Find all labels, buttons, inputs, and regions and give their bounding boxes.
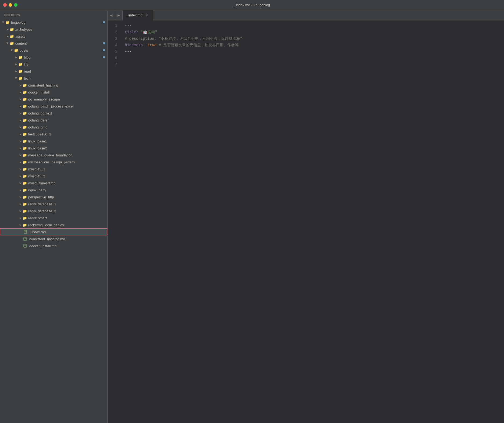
tree-item-label: message_queue_foundation (28, 153, 105, 157)
arrow-icon[interactable]: ▶ (18, 132, 23, 136)
svg-rect-6 (24, 244, 26, 248)
folder-icon: 📁 (23, 181, 27, 185)
tree-item-label: linux_base2 (28, 146, 105, 150)
folder-icon: 📁 (23, 139, 27, 143)
arrow-icon[interactable]: ▶ (18, 90, 23, 94)
folder-icon: 📁 (23, 202, 27, 206)
arrow-icon[interactable]: ▶ (18, 167, 23, 171)
tree-item-consistent_hashing_md[interactable]: consistent_hashing.md (0, 235, 107, 242)
arrow-icon[interactable]: ▶ (5, 27, 10, 31)
folder-icon: 📁 (10, 34, 14, 38)
tree-item-rocketmq_local_deploy[interactable]: ▶📁rocketmq_local_deploy (0, 221, 107, 228)
tab-prev-button[interactable]: ◀ (108, 10, 115, 20)
arrow-icon[interactable]: ▶ (18, 223, 23, 227)
tree-item-assets[interactable]: ▶📁assets (0, 33, 107, 40)
folder-icon: 📁 (23, 97, 27, 101)
tree-item-label: redis_others (28, 216, 105, 220)
tree-item-label: posts (20, 48, 102, 52)
arrow-icon[interactable]: ▶ (18, 202, 23, 206)
arrow-icon[interactable]: ▶ (5, 34, 10, 38)
tree-item-docker_install_md[interactable]: docker_install.md (0, 242, 107, 249)
titlebar: _index.md — hugoblog (0, 0, 504, 10)
tree-item-golang_gmp[interactable]: ▶📁golang_gmp (0, 124, 107, 131)
arrow-icon[interactable]: ▶ (14, 69, 18, 73)
arrow-icon[interactable]: ▶ (18, 139, 23, 143)
arrow-icon[interactable]: ▶ (18, 111, 23, 115)
tree-item-archetypes[interactable]: ▶📁archetypes (0, 26, 107, 33)
tree-item-content[interactable]: ▶📁content (0, 40, 107, 47)
tree-item-label: consistent_hashing.md (29, 237, 105, 241)
tree-item-golang_defer[interactable]: ▶📁golang_defer (0, 117, 107, 124)
tree-item-golang_batch_process_excel[interactable]: ▶📁golang_batch_process_excel (0, 103, 107, 110)
tree-item-go_memory_escape[interactable]: ▶📁go_memory_escape (0, 96, 107, 103)
folder-icon: 📁 (23, 174, 27, 178)
tree-item-nginx_deny[interactable]: ▶📁nginx_deny (0, 187, 107, 193)
code-area[interactable]: ---title: "🤖技術"# description: "不积跬步，无以至千… (120, 20, 504, 423)
tree-item-mysql_timestamp[interactable]: ▶📁mysql_timestamp (0, 180, 107, 187)
tree-item-leetcode100_1[interactable]: ▶📁leetcode100_1 (0, 131, 107, 138)
arrow-icon[interactable]: ▶ (18, 174, 23, 178)
maximize-button[interactable] (14, 3, 17, 7)
tree-item-redis_others[interactable]: ▶📁redis_others (0, 214, 107, 221)
folder-icon: 📁 (23, 195, 27, 199)
line-number: 3 (108, 35, 117, 42)
arrow-icon[interactable]: ▶ (10, 48, 14, 52)
arrow-icon[interactable]: ▶ (18, 209, 23, 213)
arrow-icon[interactable]: ▶ (18, 216, 23, 220)
arrow-icon[interactable]: ▶ (14, 76, 18, 80)
tree-item-label: linux_base1 (28, 139, 105, 143)
arrow-icon[interactable]: ▶ (18, 188, 23, 192)
arrow-icon[interactable]: ▶ (18, 104, 23, 108)
arrow-icon[interactable]: ▶ (1, 20, 5, 24)
tree-item-posts[interactable]: ▶📁posts (0, 47, 107, 54)
tree-item-mysql45_2[interactable]: ▶📁mysql45_2 (0, 173, 107, 180)
tree-item-redis_database_2[interactable]: ▶📁redis_database_2 (0, 207, 107, 214)
tree-item-message_queue_foundation[interactable]: ▶📁message_queue_foundation (0, 152, 107, 159)
file-icon (23, 237, 28, 241)
arrow-icon[interactable]: ▶ (18, 195, 23, 199)
tree-item-life[interactable]: ▶📁life (0, 61, 107, 68)
change-badge (103, 42, 105, 44)
tree-item-blog[interactable]: ▶📁blog (0, 54, 107, 61)
tab-close-button[interactable]: ✕ (145, 13, 149, 17)
tab-next-button[interactable]: ▶ (115, 10, 123, 20)
editor-content: 1234567 ---title: "🤖技術"# description: "不… (108, 20, 504, 423)
tree-item-label: archetypes (15, 27, 105, 31)
tree-item-read[interactable]: ▶📁read (0, 68, 107, 75)
editor-tab[interactable]: _index.md ✕ (123, 10, 153, 20)
tree-item-label: docker_install.md (29, 244, 105, 248)
tree-item-label: golang_batch_process_excel (28, 104, 105, 108)
code-line: # description: "不积跬步，无以至千里；不积小流，无以成江海" (125, 35, 500, 42)
arrow-icon[interactable]: ▶ (18, 160, 23, 164)
tree-item-_index_md[interactable]: _index.md (0, 228, 107, 235)
arrow-icon[interactable]: ▶ (18, 118, 23, 122)
arrow-icon[interactable]: ▶ (14, 55, 18, 59)
tree-item-docker_install[interactable]: ▶📁docker_install (0, 89, 107, 96)
tree-item-linux_base1[interactable]: ▶📁linux_base1 (0, 138, 107, 145)
sidebar: FOLDERS ▶📁hugoblog▶📁archetypes▶📁assets▶📁… (0, 10, 108, 423)
tree-item-consistent_hashing[interactable]: ▶📁consistent_hashing (0, 82, 107, 89)
arrow-icon[interactable]: ▶ (18, 153, 23, 157)
tree-item-microservices_design_pattern[interactable]: ▶📁microservices_design_pattern (0, 159, 107, 166)
minimize-button[interactable] (9, 3, 12, 7)
close-button[interactable] (3, 3, 7, 7)
tree-item-redis_database_1[interactable]: ▶📁redis_database_1 (0, 200, 107, 207)
arrow-icon[interactable]: ▶ (18, 181, 23, 185)
folder-icon: 📁 (18, 62, 23, 66)
tree-item-golang_context[interactable]: ▶📁golang_context (0, 110, 107, 117)
code-line: --- (125, 23, 500, 29)
arrow-icon[interactable]: ▶ (18, 125, 23, 129)
arrow-icon[interactable]: ▶ (18, 146, 23, 150)
folder-icon: 📁 (23, 223, 27, 227)
tree-item-hugoblog[interactable]: ▶📁hugoblog (0, 19, 107, 26)
arrow-icon[interactable]: ▶ (5, 41, 10, 45)
folder-icon: 📁 (18, 76, 23, 80)
tree-item-mysql45_1[interactable]: ▶📁mysql45_1 (0, 166, 107, 173)
tree-item-tech[interactable]: ▶📁tech (0, 75, 107, 82)
arrow-icon[interactable]: ▶ (14, 62, 18, 66)
editor-area: ◀ ▶ _index.md ✕ 1234567 ---title: "🤖技術"#… (108, 10, 504, 423)
arrow-icon[interactable]: ▶ (18, 97, 23, 101)
arrow-icon[interactable]: ▶ (18, 83, 23, 87)
tree-item-linux_base2[interactable]: ▶📁linux_base2 (0, 145, 107, 152)
tree-item-perspective_http[interactable]: ▶📁perspective_http (0, 193, 107, 200)
